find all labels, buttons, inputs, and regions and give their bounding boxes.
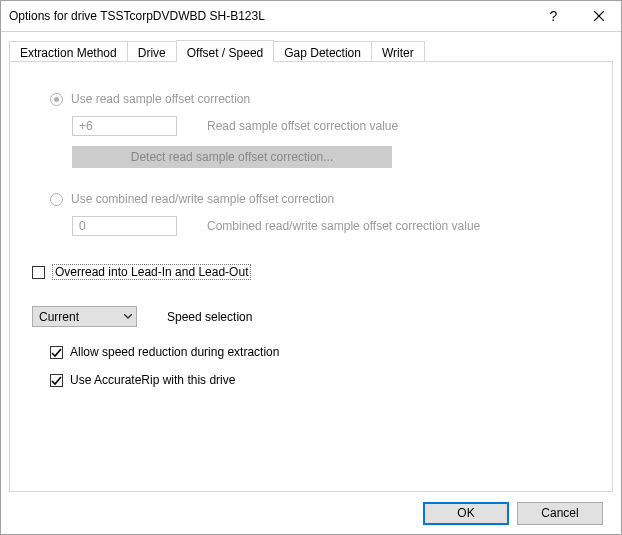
read-offset-row: +6 Read sample offset correction value (72, 116, 584, 136)
tab-panel-offset-speed: Use read sample offset correction +6 Rea… (9, 62, 613, 492)
use-accuraterip-checkbox[interactable] (50, 374, 63, 387)
tab-gap-detection[interactable]: Gap Detection (273, 41, 372, 61)
read-offset-input[interactable]: +6 (72, 116, 177, 136)
checkmark-icon (51, 347, 62, 358)
speed-select[interactable]: Current (32, 306, 137, 327)
use-accuraterip-label: Use AccurateRip with this drive (70, 373, 235, 387)
speed-label: Speed selection (167, 310, 252, 324)
overread-label: Overread into Lead-In and Lead-Out (52, 264, 251, 280)
radio-icon (50, 193, 63, 206)
radio-combined-offset[interactable]: Use combined read/write sample offset co… (50, 192, 584, 206)
close-button[interactable] (576, 1, 621, 31)
tab-offset-speed[interactable]: Offset / Speed (176, 40, 275, 62)
allow-speed-reduction-row[interactable]: Allow speed reduction during extraction (50, 345, 584, 359)
radio-read-offset-label: Use read sample offset correction (71, 92, 250, 106)
help-button[interactable]: ? (531, 1, 576, 31)
tab-extraction-method[interactable]: Extraction Method (9, 41, 128, 61)
window-title: Options for drive TSSTcorpDVDWBD SH-B123… (1, 9, 531, 23)
radio-read-offset[interactable]: Use read sample offset correction (50, 92, 584, 106)
titlebar: Options for drive TSSTcorpDVDWBD SH-B123… (1, 1, 621, 32)
button-bar: OK Cancel (9, 492, 613, 534)
detect-offset-button[interactable]: Detect read sample offset correction... (72, 146, 392, 168)
tab-drive[interactable]: Drive (127, 41, 177, 61)
read-offset-value-label: Read sample offset correction value (207, 119, 398, 133)
allow-speed-reduction-checkbox[interactable] (50, 346, 63, 359)
chevron-down-icon (124, 314, 132, 319)
tab-baseline (9, 61, 613, 62)
radio-combined-offset-label: Use combined read/write sample offset co… (71, 192, 334, 206)
tab-writer[interactable]: Writer (371, 41, 425, 61)
close-icon (594, 11, 604, 21)
combined-offset-input[interactable]: 0 (72, 216, 177, 236)
dialog-body: Extraction Method Drive Offset / Speed G… (1, 32, 621, 534)
allow-speed-reduction-label: Allow speed reduction during extraction (70, 345, 279, 359)
radio-icon (50, 93, 63, 106)
checkmark-icon (51, 375, 62, 386)
combined-offset-row: 0 Combined read/write sample offset corr… (72, 216, 584, 236)
dialog-window: Options for drive TSSTcorpDVDWBD SH-B123… (0, 0, 622, 535)
speed-select-value: Current (33, 310, 119, 324)
speed-row: Current Speed selection (32, 306, 584, 327)
cancel-button[interactable]: Cancel (517, 502, 603, 525)
tab-strip: Extraction Method Drive Offset / Speed G… (9, 40, 613, 62)
overread-checkbox[interactable] (32, 266, 45, 279)
ok-button[interactable]: OK (423, 502, 509, 525)
overread-checkbox-row[interactable]: Overread into Lead-In and Lead-Out (32, 264, 584, 280)
use-accuraterip-row[interactable]: Use AccurateRip with this drive (50, 373, 584, 387)
combined-offset-value-label: Combined read/write sample offset correc… (207, 219, 480, 233)
speed-select-button (119, 307, 136, 326)
